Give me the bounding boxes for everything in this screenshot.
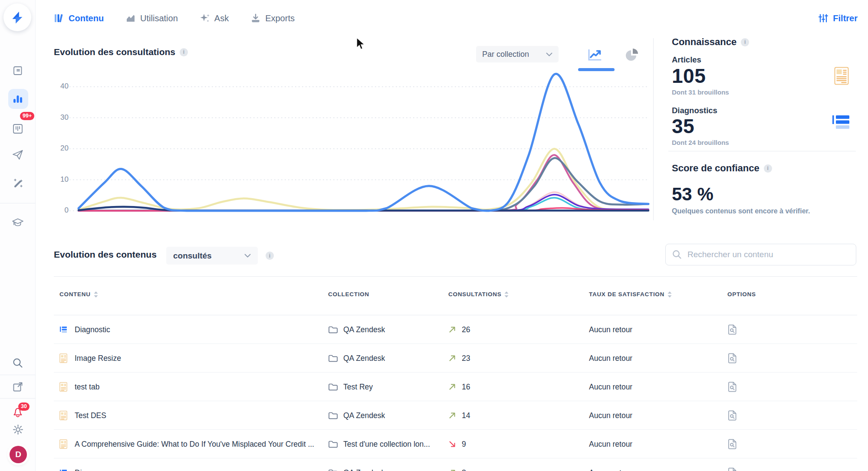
sidebar-item-analytics[interactable] [0, 93, 36, 105]
chevron-down-icon [546, 52, 552, 56]
library-icon [54, 13, 64, 23]
column-header-satisfaction[interactable]: Taux de satisfaction [589, 291, 672, 298]
trend-up-icon [448, 326, 456, 334]
tab-contenu[interactable]: Contenu [54, 13, 104, 23]
info-icon[interactable]: i [741, 38, 749, 46]
tab-label: Ask [214, 13, 229, 23]
knowledge-panel-header: Connaissance i [672, 36, 749, 48]
table-row[interactable]: Diag message QA Zendesk 8 Aucun retour [54, 458, 857, 471]
sidebar-item-notifications[interactable] [0, 406, 36, 418]
sidebar-item-academy[interactable] [0, 216, 36, 229]
bell-count-badge: 30 [18, 402, 30, 411]
article-type-icon [59, 439, 67, 449]
column-label: Consultations [448, 291, 501, 298]
table-header: Contenu Collection Consultations Taux de… [54, 276, 857, 315]
y-tick-label: 30 [54, 113, 69, 122]
diagnostic-type-icon [59, 468, 67, 471]
y-tick-label: 0 [54, 206, 69, 215]
collection-name: Test Rey [343, 383, 373, 392]
column-header-contenu[interactable]: Contenu [59, 291, 98, 298]
trend-up-icon [448, 412, 456, 419]
download-icon [250, 13, 261, 23]
sidebar-item-settings[interactable] [0, 424, 36, 435]
sidebar: 99+ [0, 0, 36, 471]
trend-up-icon [448, 469, 456, 471]
folder-icon [328, 354, 338, 363]
satisfaction-value: Aucun retour [589, 325, 632, 334]
preview-document-icon[interactable] [727, 353, 737, 364]
collection-name: QA Zendesk [343, 354, 385, 363]
satisfaction-value: Aucun retour [589, 411, 632, 420]
sidebar-item-search[interactable] [0, 357, 36, 369]
trend-down-icon [448, 440, 456, 448]
content-search [665, 244, 856, 265]
consultations-count: 16 [462, 383, 470, 392]
app-logo[interactable] [3, 3, 31, 31]
tab-utilisation[interactable]: Utilisation [125, 13, 178, 23]
column-label: Contenu [59, 291, 91, 298]
user-avatar[interactable]: D [10, 446, 27, 463]
info-icon[interactable]: i [764, 164, 772, 173]
filter-button[interactable]: Filtrer [818, 0, 858, 36]
pie-chart-view-toggle[interactable] [625, 48, 639, 62]
y-tick-label: 40 [54, 82, 69, 91]
table-row[interactable]: Test DES QA Zendesk 14 Aucun retour [54, 401, 857, 430]
sidebar-item-automations[interactable] [0, 177, 36, 189]
search-icon [672, 249, 682, 260]
info-icon[interactable]: i [180, 48, 188, 56]
collection-name: QA Zendesk [343, 325, 385, 334]
search-input[interactable] [687, 250, 850, 259]
articles-count: 105 [672, 64, 706, 88]
contents-section-title: Evolution des contenus [54, 249, 157, 260]
column-header-consultations[interactable]: Consultations [448, 291, 509, 298]
graduation-cap-icon [12, 216, 24, 229]
sidebar-item-knowledge-base[interactable] [0, 65, 36, 77]
table-row[interactable]: A Comprehensive Guide: What to Do If You… [54, 430, 857, 458]
article-icon [834, 67, 849, 85]
score-label: Score de confiance [672, 163, 760, 174]
magic-wand-icon [12, 177, 24, 189]
column-label: Collection [328, 291, 369, 298]
table-row[interactable]: test tab Test Rey 16 Aucun retour [54, 373, 857, 401]
knowledge-title: Connaissance [672, 36, 736, 48]
sidebar-item-board[interactable] [0, 123, 36, 135]
mayday-logo-icon [8, 8, 26, 26]
sliders-icon [818, 13, 829, 23]
column-header-collection[interactable]: Collection [328, 291, 369, 298]
content-name: test tab [75, 383, 99, 392]
collection-name: Test d'une collection lon... [343, 440, 430, 449]
panel-horizontal-divider [668, 151, 856, 151]
column-header-options: Options [727, 291, 756, 298]
satisfaction-value: Aucun retour [589, 383, 632, 392]
tab-exports[interactable]: Exports [250, 13, 295, 23]
sidebar-item-push[interactable] [0, 149, 36, 161]
pie-chart-icon [625, 48, 639, 62]
preview-document-icon[interactable] [727, 324, 737, 335]
group-by-select[interactable]: Par collection [476, 46, 559, 62]
article-type-icon [59, 353, 67, 363]
line-chart-icon [587, 48, 602, 62]
info-icon[interactable]: i [266, 252, 274, 260]
filter-label: Filtrer [833, 13, 858, 23]
table-row[interactable]: Image Resize QA Zendesk 23 Aucun retour [54, 344, 857, 373]
group-by-label: Par collection [482, 50, 529, 59]
table-body: Diagnostic QA Zendesk 26 Aucun retour [54, 315, 857, 471]
sidebar-divider [0, 203, 36, 203]
diagnostics-drafts-sub: Dont 24 brouillons [672, 139, 729, 146]
preview-document-icon[interactable] [727, 438, 737, 450]
collection-name: QA Zendesk [343, 411, 385, 420]
preview-document-icon[interactable] [727, 467, 737, 471]
dashboard-page: 99+ [0, 0, 868, 471]
table-row[interactable]: Diagnostic QA Zendesk 26 Aucun retour [54, 315, 857, 344]
preview-document-icon[interactable] [727, 381, 737, 392]
contents-mode-select[interactable]: consultés [166, 247, 258, 265]
nav-tabs: Contenu Utilisation Ask [54, 0, 295, 36]
tab-ask[interactable]: Ask [200, 13, 229, 23]
consultations-count: 26 [462, 325, 470, 334]
satisfaction-value: Aucun retour [589, 468, 632, 471]
score-header: Score de confiance i [672, 163, 772, 174]
preview-document-icon[interactable] [727, 410, 737, 421]
book-icon [12, 65, 24, 77]
line-chart-view-toggle[interactable] [587, 48, 602, 62]
sidebar-item-open-app[interactable] [0, 381, 36, 392]
